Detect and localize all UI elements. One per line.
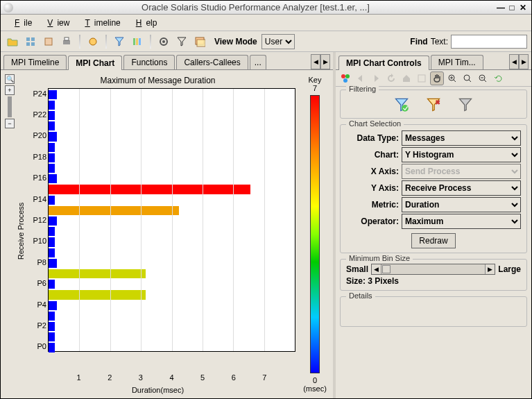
tab-functions[interactable]: Functions <box>123 55 175 69</box>
bar-P3[interactable] <box>49 312 55 321</box>
svg-rect-5 <box>63 40 70 44</box>
undo-zoom-button[interactable] <box>491 71 505 85</box>
ytick-P18: P18 <box>33 153 46 161</box>
find-input[interactable] <box>451 35 527 49</box>
filter-reset-button[interactable] <box>458 97 473 112</box>
zoom-fit-button[interactable] <box>461 71 474 85</box>
minimize-button[interactable]: — <box>495 2 506 13</box>
redraw-button[interactable]: Redraw <box>411 233 455 248</box>
zoom-in-button[interactable] <box>445 71 459 85</box>
bar-P1[interactable] <box>49 332 55 341</box>
metric-select[interactable]: Duration <box>402 197 521 212</box>
bar-P14[interactable] <box>49 196 55 205</box>
xtick-5: 5 <box>200 373 205 382</box>
bar-P5[interactable] <box>49 290 146 299</box>
bin-thumb[interactable] <box>382 265 391 273</box>
find-label: Find <box>410 37 427 46</box>
zoom-lens-button[interactable]: 🔍 <box>5 74 15 84</box>
rtab-scroll-left[interactable]: ◀ <box>509 54 519 69</box>
rtab-scroll-right[interactable]: ▶ <box>519 54 529 69</box>
plot-area[interactable] <box>48 88 295 352</box>
bar-P4[interactable] <box>49 301 57 310</box>
hand-pan-button[interactable] <box>430 71 444 85</box>
drop-button[interactable] <box>41 34 56 49</box>
bar-P10[interactable] <box>49 237 55 246</box>
ytick-P8: P8 <box>37 258 46 266</box>
bar-P12[interactable] <box>49 217 57 226</box>
next-button <box>369 71 383 85</box>
filter-button[interactable] <box>112 34 127 49</box>
zoom-out-button[interactable] <box>476 71 490 85</box>
maximize-button[interactable]: □ <box>506 2 517 13</box>
home-button <box>400 71 413 85</box>
svg-rect-8 <box>133 38 135 45</box>
bar-P0[interactable] <box>49 343 55 352</box>
open-experiment-button[interactable] <box>5 34 20 49</box>
funnel-button[interactable] <box>174 34 189 49</box>
bar-P2[interactable] <box>49 322 55 331</box>
bar-P13[interactable] <box>49 206 179 215</box>
aggregate-button[interactable] <box>23 34 38 49</box>
bar-P22[interactable] <box>49 111 55 120</box>
tab-callers-callees[interactable]: Callers-Callees <box>176 55 248 69</box>
print-button[interactable] <box>59 34 74 49</box>
bar-P6[interactable] <box>49 280 55 289</box>
menu-view[interactable]: View <box>39 17 74 29</box>
tab-mpi-chart-controls[interactable]: MPI Chart Controls <box>338 56 429 70</box>
bar-P8[interactable] <box>49 259 57 268</box>
new-window-button[interactable] <box>192 34 207 49</box>
select-objects-button[interactable] <box>338 71 352 85</box>
gear-button[interactable] <box>156 34 171 49</box>
bar-P19[interactable] <box>49 143 55 152</box>
tab-overflow[interactable]: ... <box>250 55 266 69</box>
menu-help[interactable]: Help <box>128 17 162 29</box>
x-axis-label: Duration(msec) <box>16 384 300 396</box>
ytick-P20: P20 <box>33 131 46 139</box>
tab-mpi-timeline[interactable]: MPI Timeline <box>3 55 67 69</box>
ytick-P12: P12 <box>33 216 46 224</box>
y-axis-label: Receive Process <box>16 88 26 373</box>
zoom-minus-button[interactable]: − <box>5 119 15 128</box>
xtick-6: 6 <box>232 373 236 382</box>
bar-P17[interactable] <box>49 164 55 173</box>
bin-size-slider[interactable]: ◀ ▶ <box>371 264 495 275</box>
bar-P23[interactable] <box>49 101 55 110</box>
bar-P20[interactable] <box>49 132 57 141</box>
chart-selection-section: Chart Selection Data Type:Messages Chart… <box>340 124 527 253</box>
filter-exclude-button[interactable] <box>426 97 441 112</box>
data-type-select[interactable]: Messages <box>402 130 521 146</box>
svg-rect-4 <box>45 38 52 45</box>
ytick-P22: P22 <box>33 110 46 119</box>
bar-P9[interactable] <box>49 248 55 257</box>
bar-P18[interactable] <box>49 153 55 162</box>
svg-point-16 <box>345 74 350 78</box>
view-mode-select[interactable]: User <box>261 34 295 49</box>
collect-button[interactable] <box>85 34 101 49</box>
svg-point-12 <box>162 40 165 43</box>
svg-point-15 <box>341 74 345 78</box>
bar-P21[interactable] <box>49 121 55 130</box>
bin-decrease[interactable]: ◀ <box>372 264 381 274</box>
zoom-plus-button[interactable]: + <box>5 85 15 95</box>
filter-include-button[interactable] <box>394 97 409 112</box>
bar-P7[interactable] <box>49 269 146 278</box>
menu-file[interactable]: File <box>6 17 36 29</box>
y-axis-select[interactable]: Receive Process <box>402 180 521 196</box>
show-hide-button[interactable] <box>130 34 145 49</box>
chart-type-select[interactable]: Y Histogram <box>402 147 521 162</box>
bin-increase[interactable]: ▶ <box>485 264 495 274</box>
tab-scroll-right[interactable]: ▶ <box>320 54 330 69</box>
bar-P16[interactable] <box>49 174 57 183</box>
y-axis-ticks: P0P2P4P6P8P10P12P14P16P18P20P22P24 <box>26 88 48 352</box>
menubar: File View Timeline Help <box>1 15 531 31</box>
operator-select[interactable]: Maximum <box>402 214 521 229</box>
tab-mpi-timeline-controls[interactable]: MPI Tim... <box>431 55 483 69</box>
close-button[interactable]: ✕ <box>517 2 529 13</box>
menu-timeline[interactable]: Timeline <box>76 17 124 29</box>
chart-zoom-gutter: 🔍 + − <box>3 73 16 396</box>
tab-scroll-left[interactable]: ◀ <box>311 54 320 69</box>
prev-button <box>354 71 368 85</box>
bar-P11[interactable] <box>49 227 55 236</box>
bar-P24[interactable] <box>49 90 57 99</box>
tab-mpi-chart[interactable]: MPI Chart <box>68 56 122 70</box>
